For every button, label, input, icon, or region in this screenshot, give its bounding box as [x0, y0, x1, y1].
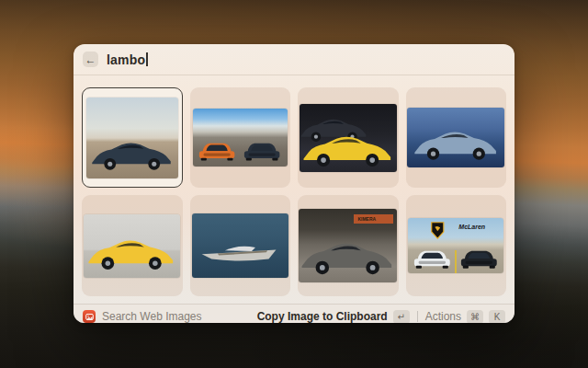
image-result-yellow-classic-lamborghini-show[interactable]: [298, 87, 399, 188]
thumbnail-photo: [407, 108, 504, 167]
search-input[interactable]: lambo: [107, 52, 148, 67]
image-result-gray-vision-gt-concept[interactable]: KIMERA: [298, 195, 399, 296]
enter-key-badge: ↵: [393, 310, 410, 324]
front-shape: [413, 247, 452, 270]
search-bar: ← lambo: [74, 44, 514, 75]
image-result-orange-lamborghini-vs-bmw[interactable]: [190, 87, 291, 188]
thumbnail-photo: KIMERA: [299, 209, 397, 282]
footer-divider: [417, 311, 418, 322]
image-result-dark-blue-lamborghini-beach[interactable]: [82, 87, 183, 188]
thumbnail-photo: [86, 98, 178, 178]
actions-label[interactable]: Actions: [425, 310, 461, 323]
photo-text-label: McLaren: [458, 224, 485, 230]
thumbnail-photo: [193, 109, 288, 167]
car-shape: [300, 240, 394, 276]
image-glyph: [85, 313, 94, 321]
front-shape: [459, 247, 499, 270]
image-result-lamborghini-vs-mclaren-dragrace[interactable]: McLaren: [406, 195, 507, 296]
image-result-blue-lamborghini-studio[interactable]: [406, 87, 507, 188]
search-query-text: lambo: [107, 52, 145, 67]
thumbnail-photo: [300, 104, 397, 172]
rect-shape: [455, 250, 457, 273]
boat-shape: [199, 242, 278, 263]
thumbnail-photo: [84, 214, 180, 278]
text-caret: [146, 52, 148, 66]
car-shape: [90, 140, 173, 172]
thumbnail-photo: [192, 213, 288, 278]
action-bar: Search Web Images Copy Image to Clipboar…: [74, 304, 514, 323]
footer-actions: Copy Image to Clipboard ↵ Actions ⌘ K: [257, 310, 505, 324]
front-shape: [198, 139, 236, 161]
shield-shape: [431, 222, 445, 239]
back-button[interactable]: ←: [83, 52, 98, 67]
raycast-window: ← lambo: [74, 44, 514, 323]
extension-name: Search Web Images: [102, 310, 202, 323]
image-results-grid: KIMERA McLaren: [74, 75, 514, 304]
image-result-yellow-aventador-showroom[interactable]: [82, 195, 183, 296]
back-arrow-icon: ←: [85, 54, 96, 65]
k-key-badge: K: [489, 310, 505, 324]
car-shape: [86, 237, 175, 271]
front-shape: [243, 139, 281, 161]
search-web-images-icon: [83, 310, 96, 323]
extension-info: Search Web Images: [83, 310, 202, 323]
car-shape: [301, 133, 393, 168]
photo-text-label: KIMERA: [357, 217, 376, 222]
cmd-key-badge: ⌘: [467, 310, 483, 324]
primary-action-label[interactable]: Copy Image to Clipboard: [257, 310, 388, 323]
thumbnail-photo: McLaren: [408, 218, 503, 273]
image-result-lamborghini-yacht[interactable]: [190, 195, 291, 296]
car-shape: [413, 129, 498, 162]
